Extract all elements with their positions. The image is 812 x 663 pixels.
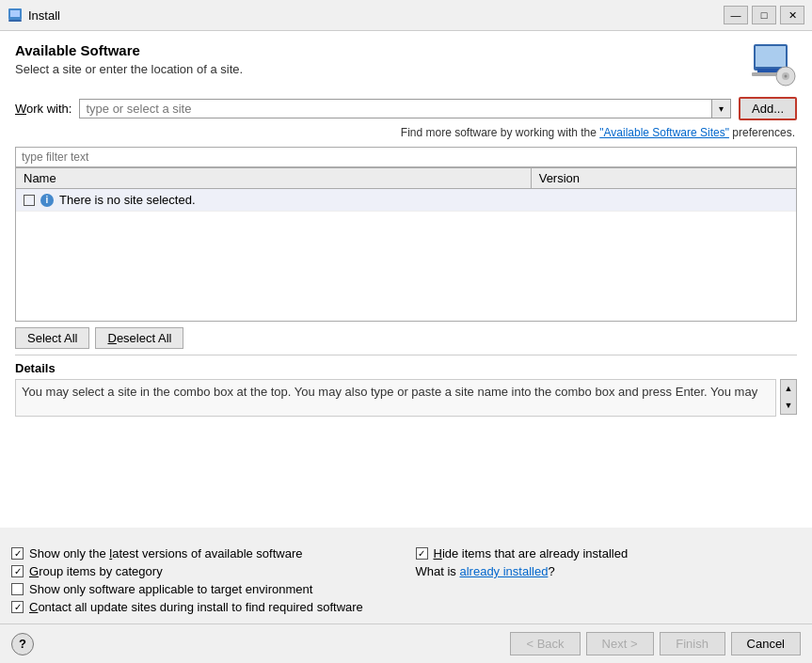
option-label-3[interactable]: Group items by category [29, 564, 163, 578]
more-software-suffix: preferences. [732, 126, 795, 139]
no-site-message: There is no site selected. [59, 193, 196, 207]
more-software-line: Find more software by working with the "… [15, 126, 797, 139]
details-text-wrapper: You may select a site in the combo box a… [15, 379, 797, 417]
finish-button[interactable]: Finish [660, 632, 725, 655]
title-bar: Install — □ ✕ [0, 0, 812, 31]
options-section: ✓ Show only the latest versions of avail… [0, 537, 812, 624]
details-scroll-buttons: ▲ ▼ [780, 379, 797, 415]
close-button[interactable]: ✕ [780, 6, 804, 24]
work-with-input[interactable] [80, 100, 711, 118]
option-checkbox-7[interactable]: ✓ [11, 601, 24, 613]
main-content: Available Software Select a site or ente… [0, 31, 812, 528]
option-label-5[interactable]: Show only software applicable to target … [29, 582, 312, 596]
table-body: i There is no site selected. [16, 189, 796, 321]
option-row-2: ✓ Hide items that are already installed [416, 546, 802, 560]
next-button[interactable]: Next > [586, 632, 654, 655]
title-bar-title: Install [28, 8, 60, 23]
table-header-version: Version [532, 168, 796, 188]
software-table: Name Version i There is no site selected… [15, 167, 797, 322]
bottom-left: ? [11, 633, 34, 655]
option-row-1: ✓ Show only the latest versions of avail… [11, 546, 397, 560]
table-header-row: Name Version [16, 168, 796, 189]
details-title: Details [15, 361, 797, 375]
header-left: Available Software Select a site or ente… [15, 42, 243, 76]
back-button[interactable]: < Back [510, 632, 580, 655]
option-label-4: What is already installed? [416, 564, 555, 578]
header-section: Available Software Select a site or ente… [15, 42, 797, 87]
work-with-row: Work with: ▾ Add... [15, 97, 797, 120]
header-title: Available Software [15, 42, 243, 58]
work-with-dropdown-button[interactable]: ▾ [711, 100, 730, 118]
option-row-4: What is already installed? [416, 564, 802, 578]
info-icon: i [40, 194, 54, 207]
table-cell-name: i There is no site selected. [24, 193, 533, 207]
option-label-7[interactable]: Contact all update sites during install … [29, 600, 363, 614]
option-row-7: ✓ Contact all update sites during instal… [11, 600, 397, 614]
select-all-button[interactable]: Select All [15, 327, 89, 349]
option-row-6 [416, 582, 802, 596]
help-button[interactable]: ? [11, 633, 34, 655]
deselect-all-button[interactable]: Deselect All [95, 327, 183, 349]
option-checkbox-1[interactable]: ✓ [11, 547, 24, 560]
filter-input[interactable] [15, 147, 797, 167]
details-section: Details You may select a site in the com… [15, 355, 797, 417]
bottom-right: < Back Next > Finish Cancel [510, 632, 801, 655]
title-bar-left: Install [8, 8, 60, 23]
option-checkbox-5[interactable] [11, 583, 24, 595]
row-checkbox[interactable] [24, 195, 35, 206]
header-subtitle: Select a site or enter the location of a… [15, 62, 243, 76]
select-buttons: Select All Deselect All [15, 327, 797, 349]
svg-point-9 [785, 75, 788, 78]
add-button[interactable]: Add... [739, 97, 797, 120]
work-with-label: Work with: [15, 102, 72, 116]
svg-rect-4 [756, 46, 786, 67]
scroll-up-button[interactable]: ▲ [781, 380, 796, 397]
options-grid: ✓ Show only the latest versions of avail… [11, 546, 801, 614]
bottom-bar: ? < Back Next > Finish Cancel [0, 624, 812, 663]
scroll-down-button[interactable]: ▼ [781, 397, 796, 414]
table-row: i There is no site selected. [16, 189, 796, 212]
svg-rect-1 [10, 10, 20, 17]
cancel-button[interactable]: Cancel [731, 632, 801, 655]
already-installed-link[interactable]: already installed [459, 564, 548, 578]
title-bar-controls[interactable]: — □ ✕ [724, 6, 804, 24]
option-label-2[interactable]: Hide items that are already installed [434, 546, 629, 560]
option-row-3: ✓ Group items by category [11, 564, 397, 578]
table-header-name: Name [16, 168, 532, 188]
install-icon [8, 8, 23, 23]
option-row-5: Show only software applicable to target … [11, 582, 397, 596]
option-label-1[interactable]: Show only the latest versions of availab… [29, 546, 303, 560]
details-text: You may select a site in the combo box a… [15, 379, 776, 417]
svg-rect-2 [8, 20, 22, 22]
available-software-sites-link[interactable]: "Available Software Sites" [599, 126, 729, 139]
option-checkbox-3[interactable]: ✓ [11, 565, 24, 577]
minimize-button[interactable]: — [724, 6, 748, 24]
maximize-button[interactable]: □ [752, 6, 776, 24]
option-checkbox-2[interactable]: ✓ [416, 547, 428, 560]
work-with-input-wrapper: ▾ [79, 99, 731, 118]
more-software-prefix: Find more software by working with the [401, 126, 599, 139]
computer-icon [748, 42, 797, 87]
